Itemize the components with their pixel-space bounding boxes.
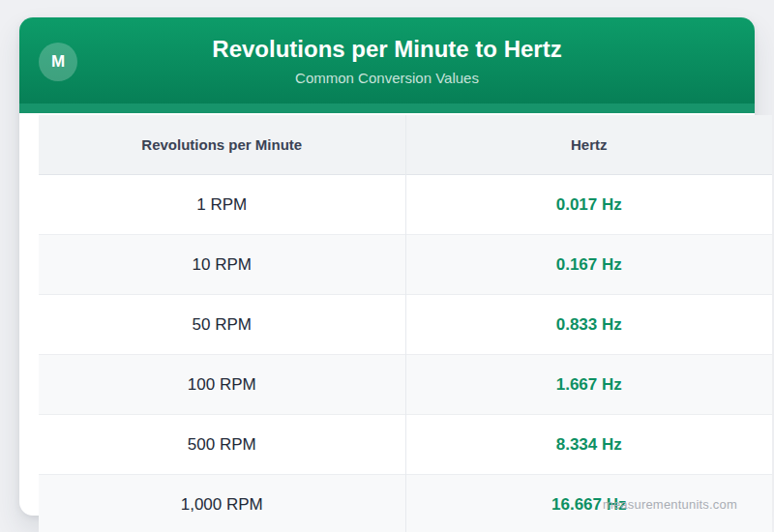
table-body: 1 RPM0.017 Hz10 RPM0.167 Hz50 RPM0.833 H…	[39, 175, 772, 532]
table-row: 1 RPM0.017 Hz	[39, 175, 772, 235]
table-row: 500 RPM8.334 Hz	[39, 415, 772, 475]
table-row: 50 RPM0.833 Hz	[39, 295, 772, 355]
card-header: Revolutions per Minute to Hertz Common C…	[19, 17, 755, 113]
rpm-cell: 50 RPM	[39, 295, 405, 355]
conversion-table: Revolutions per Minute Hertz 1 RPM0.017 …	[39, 115, 772, 532]
hertz-value-cell: 0.017 Hz	[405, 175, 772, 235]
page-title: Revolutions per Minute to Hertz	[19, 17, 755, 61]
header-accent-strip	[19, 103, 755, 113]
hertz-value-cell: 1.667 Hz	[405, 355, 772, 415]
rpm-cell: 1,000 RPM	[39, 475, 405, 532]
site-watermark: measurementunits.com	[603, 497, 737, 512]
brand-badge-letter: M	[51, 52, 65, 72]
rpm-cell: 10 RPM	[39, 235, 405, 295]
rpm-cell: 1 RPM	[39, 175, 405, 235]
hertz-value-cell: 0.833 Hz	[405, 295, 772, 355]
hertz-value-cell: 8.334 Hz	[405, 415, 772, 475]
table-header-row: Revolutions per Minute Hertz	[39, 115, 772, 175]
page-subtitle: Common Conversion Values	[19, 71, 755, 85]
table-row: 100 RPM1.667 Hz	[39, 355, 772, 415]
table-row: 10 RPM0.167 Hz	[39, 235, 772, 295]
brand-badge: M	[39, 43, 77, 81]
hertz-value-cell: 0.167 Hz	[405, 235, 772, 295]
rpm-cell: 500 RPM	[39, 415, 405, 475]
column-header-rpm: Revolutions per Minute	[39, 115, 405, 175]
column-header-hertz: Hertz	[405, 115, 772, 175]
rpm-cell: 100 RPM	[39, 355, 405, 415]
